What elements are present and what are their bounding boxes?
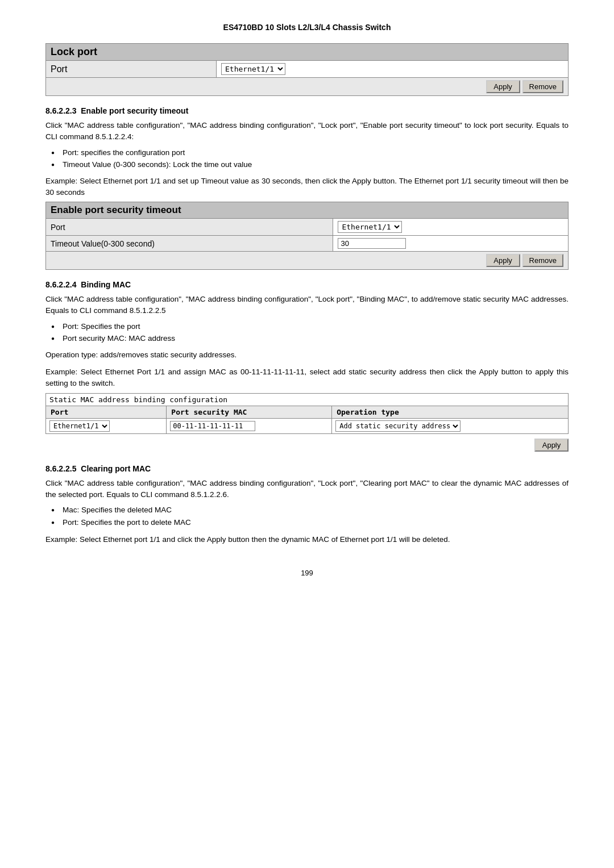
binding-mac-bullet1: Port: Specifies the port: [63, 320, 569, 333]
mac-binding-title: Static MAC address binding configuration: [46, 393, 569, 406]
mac-op-select[interactable]: Add static security address: [335, 420, 460, 432]
enable-timeout-para1: Click "MAC address table configuration",…: [45, 120, 569, 143]
binding-mac-para3: Example: Select Ethernet Port 1/1 and as…: [45, 366, 569, 390]
mac-address-input[interactable]: [170, 421, 255, 431]
lock-port-button-row: Apply Remove: [46, 78, 569, 96]
mac-table-row: Ethernet1/1 Add static security address: [46, 418, 569, 433]
mac-binding-table: Static MAC address binding configuration…: [45, 393, 569, 434]
page-header: ES4710BD 10 Slots L2/L3/L4 Chassis Switc…: [45, 23, 569, 32]
lock-port-select[interactable]: Ethernet1/1: [221, 63, 285, 75]
page-number: 199: [45, 569, 569, 577]
clearing-mac-bullet2: Port: Specifies the port to delete MAC: [63, 516, 569, 529]
lock-port-table: Lock port Port Ethernet1/1 Apply Remove: [45, 43, 569, 96]
lock-port-title: Lock port: [46, 44, 569, 61]
binding-mac-para2: Operation type: adds/removes static secu…: [45, 349, 569, 361]
lock-port-label: Port: [46, 61, 217, 78]
enable-timeout-heading: 8.6.2.2.3 Enable port security timeout: [45, 106, 569, 115]
lock-port-remove-button[interactable]: Remove: [522, 80, 563, 93]
clearing-mac-bullet1: Mac: Specifies the deleted MAC: [63, 504, 569, 516]
mac-apply-row: Apply: [45, 436, 569, 454]
timeout-apply-button[interactable]: Apply: [486, 254, 520, 267]
binding-mac-bullets: Port: Specifies the port Port security M…: [63, 320, 569, 345]
binding-mac-para1: Click "MAC address table configuration",…: [45, 294, 569, 317]
binding-mac-heading: 8.6.2.2.4 Binding MAC: [45, 280, 569, 289]
enable-timeout-title: Enable port security timeout: [46, 202, 569, 219]
enable-timeout-bullet2: Timeout Value (0-300 seconds): Lock the …: [63, 158, 569, 171]
timeout-value-input[interactable]: [338, 238, 406, 249]
lock-port-apply-button[interactable]: Apply: [486, 80, 520, 93]
enable-timeout-para2: Example: Select Ethernet port 1/1 and se…: [45, 176, 569, 199]
binding-mac-bullet2: Port security MAC: MAC address: [63, 332, 569, 345]
enable-timeout-bullets: Port: specifies the configuration port T…: [63, 147, 569, 171]
mac-col-mac-header: Port security MAC: [167, 406, 332, 418]
lock-port-value-cell: Ethernet1/1: [217, 61, 569, 78]
timeout-value-label: Timeout Value(0-300 second): [46, 236, 333, 252]
clearing-mac-heading: 8.6.2.2.5 Clearing port MAC: [45, 464, 569, 473]
timeout-remove-button[interactable]: Remove: [522, 254, 563, 267]
mac-apply-button[interactable]: Apply: [534, 439, 569, 452]
clearing-mac-para1: Click "MAC address table configuration",…: [45, 478, 569, 501]
mac-col-port-header: Port: [46, 406, 167, 418]
enable-timeout-table: Enable port security timeout Port Ethern…: [45, 202, 569, 270]
enable-timeout-bullet1: Port: specifies the configuration port: [63, 147, 569, 159]
timeout-button-row: Apply Remove: [46, 252, 569, 270]
timeout-port-value-cell: Ethernet1/1: [333, 219, 569, 236]
timeout-port-label: Port: [46, 219, 333, 236]
timeout-port-select[interactable]: Ethernet1/1: [338, 221, 402, 233]
mac-row-port: Ethernet1/1: [46, 418, 167, 433]
clearing-mac-para2: Example: Select Ethernet port 1/1 and cl…: [45, 534, 569, 545]
mac-row-op: Add static security address: [332, 418, 569, 433]
clearing-mac-bullets: Mac: Specifies the deleted MAC Port: Spe…: [63, 504, 569, 528]
mac-col-op-header: Operation type: [332, 406, 569, 418]
mac-port-select[interactable]: Ethernet1/1: [49, 420, 110, 432]
mac-row-mac: [167, 418, 332, 433]
timeout-value-cell: [333, 236, 569, 252]
